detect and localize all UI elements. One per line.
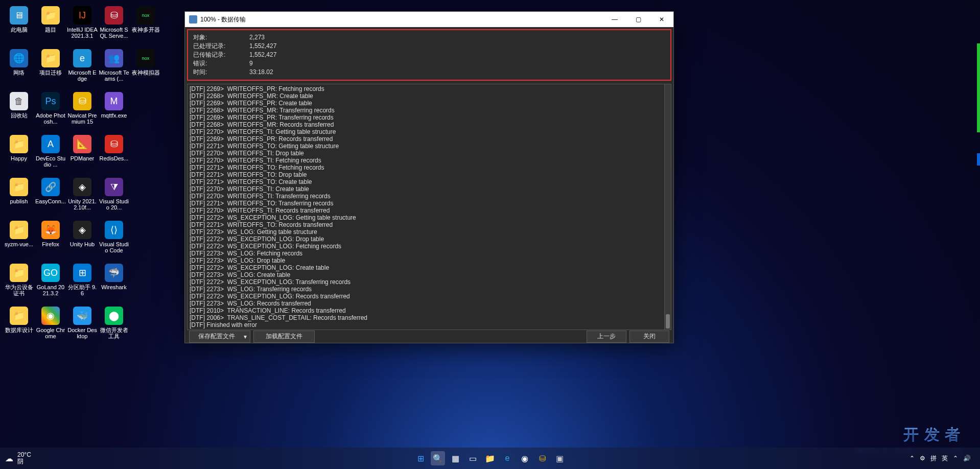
desktop-icon[interactable]: IJIntelliJ IDEA 2021.3.1 <box>66 4 98 47</box>
save-config-button[interactable]: 保存配置文件 ▾ <box>189 331 250 343</box>
weather-widget[interactable]: 20°C 阴 <box>17 452 31 465</box>
desktop-icon-label: Microsoft SQL Serve... <box>99 27 129 39</box>
network-icon[interactable]: ⌃ <box>953 455 958 462</box>
app-icon: 🖥 <box>10 6 28 25</box>
desktop-icon[interactable]: 📁syzm-vue... <box>3 219 35 262</box>
app-icon: 🔗 <box>41 178 60 196</box>
app-taskbar-icon[interactable]: ▣ <box>552 451 567 465</box>
desktop-icon[interactable]: ◉Google Chrome <box>35 304 66 347</box>
desktop-icon[interactable]: GOGoLand 2021.3.2 <box>35 262 66 304</box>
prev-button[interactable]: 上一步 <box>587 331 626 343</box>
desktop-icon-label: Navicat Premium 15 <box>67 112 98 125</box>
task-view-button[interactable]: ▦ <box>448 451 462 465</box>
edge-taskbar-icon[interactable]: e <box>500 451 515 465</box>
processed-label: 已处理记录: <box>193 42 249 51</box>
titlebar[interactable]: 100% - 数据传输 — ▢ ✕ <box>185 12 673 27</box>
desktop-icon[interactable]: Mmqttfx.exe <box>98 90 130 133</box>
app-icon: ⛁ <box>105 135 123 153</box>
app-icon: IJ <box>73 6 91 25</box>
desktop-icon[interactable]: 📁数据库设计 <box>3 304 35 347</box>
app-icon: Ps <box>41 92 60 110</box>
desktop-icon[interactable]: 📐PDManer <box>66 133 98 176</box>
desktop-icon[interactable]: 🦈Wireshark <box>98 262 130 304</box>
desktop-icon[interactable]: ⛁RedisDes... <box>98 133 130 176</box>
minimize-button[interactable]: — <box>603 12 626 27</box>
desktop-icon[interactable]: PsAdobe Photosh... <box>35 90 66 133</box>
desktop-icon-label: Visual Studio Code <box>99 241 129 253</box>
load-config-button[interactable]: 加载配置文件 <box>253 331 315 343</box>
app-icon: ⛁ <box>105 6 123 25</box>
log-output[interactable]: [DTF] 2269> WRITEOFFS_PR: Fetching recor… <box>187 84 671 330</box>
app-icon: ◉ <box>41 307 60 325</box>
desktop-icon[interactable]: 🖥此电脑 <box>3 4 35 47</box>
desktop-icon-label: Visual Studio 20... <box>99 198 129 210</box>
desktop-icon[interactable]: ⟨⟩Visual Studio Code <box>98 219 130 262</box>
desktop-icon[interactable]: 🦊Firefox <box>35 219 66 262</box>
accent-bar-green <box>977 43 980 132</box>
tray-chevron-icon[interactable]: ⌃ <box>909 455 915 462</box>
app-icon: ⛁ <box>73 92 91 110</box>
ime-indicator[interactable]: 拼 <box>930 454 937 463</box>
app-icon: nox <box>136 6 155 25</box>
desktop-icon-label: 数据库设计 <box>5 327 33 333</box>
desktop-icon[interactable]: ⬤微信开发者工具 <box>98 304 130 347</box>
app-icon: 📁 <box>10 178 28 196</box>
taskbar-right: ⌃ ⚙ 拼 英 ⌃ 🔊 <box>909 454 980 463</box>
desktop-icon[interactable]: 🌐网络 <box>3 47 35 90</box>
start-button[interactable]: ⊞ <box>413 451 428 465</box>
desktop-icon-label: Microsoft Edge <box>67 69 98 82</box>
app-icon: 📁 <box>41 6 60 25</box>
desktop-icon[interactable]: nox夜神模拟器 <box>130 47 161 90</box>
close-window-button[interactable]: ✕ <box>650 12 673 27</box>
taskbar-left[interactable]: ☁ 20°C 阴 <box>0 452 31 465</box>
desktop-icon[interactable]: ◈Unity Hub <box>66 219 98 262</box>
accent-bar-blue <box>977 153 980 166</box>
scrollbar-thumb[interactable] <box>666 314 670 329</box>
desktop-icon-label: GoLand 2021.3.2 <box>35 284 66 296</box>
desktop-icon[interactable]: 🗑回收站 <box>3 90 35 133</box>
dialog-footer: 保存配置文件 ▾ 加载配置文件 上一步 关闭 <box>185 330 673 343</box>
desktop-icon[interactable]: ⧩Visual Studio 20... <box>98 176 130 219</box>
desktop-icon[interactable]: 🔗EasyConn... <box>35 176 66 219</box>
desktop-icon[interactable]: ⊞分区助手 9.6 <box>66 262 98 304</box>
desktop-icon[interactable]: 🐳Docker Desktop <box>66 304 98 347</box>
scrollbar[interactable] <box>664 84 671 330</box>
search-button[interactable]: 🔍 <box>431 451 445 465</box>
app-icon: ⬤ <box>105 307 123 325</box>
close-button[interactable]: 关闭 <box>629 331 669 343</box>
widgets-button[interactable]: ▭ <box>465 451 480 465</box>
tray-icons[interactable]: ⚙ <box>920 455 925 462</box>
desktop-icon[interactable]: eMicrosoft Edge <box>66 47 98 90</box>
desktop-icon[interactable]: ◈Unity 2021.2.10f... <box>66 176 98 219</box>
desktop-icon[interactable]: 📁publish <box>3 176 35 219</box>
weather-cond: 阴 <box>17 458 31 465</box>
desktop-icon[interactable]: 📁华为云设备证书 <box>3 262 35 304</box>
lang-indicator[interactable]: 英 <box>942 454 948 463</box>
desktop-icon[interactable]: ⛁Navicat Premium 15 <box>66 90 98 133</box>
desktop-icons: 🖥此电脑📁题目IJIntelliJ IDEA 2021.3.1⛁Microsof… <box>3 4 161 347</box>
desktop-icon[interactable]: nox夜神多开器 <box>130 4 161 47</box>
desktop-icon[interactable]: ADevEco Studio ... <box>35 133 66 176</box>
desktop-icon[interactable]: 📁题目 <box>35 4 66 47</box>
tray-icon[interactable]: ⚙ <box>920 455 925 462</box>
desktop-icon[interactable]: ⛁Microsoft SQL Serve... <box>98 4 130 47</box>
app-icon: 📁 <box>10 264 28 282</box>
desktop-icon-label: publish <box>10 198 28 204</box>
app-icon: 👥 <box>105 49 123 67</box>
maximize-button[interactable]: ▢ <box>626 12 650 27</box>
app-icon: 📐 <box>73 135 91 153</box>
explorer-icon[interactable]: 📁 <box>483 451 497 465</box>
sound-icon[interactable]: 🔊 <box>963 455 971 462</box>
chrome-taskbar-icon[interactable]: ◉ <box>518 451 532 465</box>
desktop-icon[interactable]: 📁Happy <box>3 133 35 176</box>
navicat-taskbar-icon[interactable]: ⛁ <box>535 451 549 465</box>
app-icon: 📁 <box>10 221 28 239</box>
app-icon <box>189 15 197 24</box>
taskbar: ☁ 20°C 阴 ⊞ 🔍 ▦ ▭ 📁 e ◉ ⛁ ▣ ⌃ ⚙ 拼 英 ⌃ 🔊 <box>0 448 980 469</box>
desktop-icon[interactable]: 👥Microsoft Teams (... <box>98 47 130 90</box>
desktop-icon[interactable]: 📁项目迁移 <box>35 47 66 90</box>
desktop-icon-label: 回收站 <box>11 112 28 119</box>
app-icon: 📁 <box>10 307 28 325</box>
app-icon: 📁 <box>10 135 28 153</box>
log-panel: [DTF] 2269> WRITEOFFS_PR: Fetching recor… <box>187 84 671 330</box>
